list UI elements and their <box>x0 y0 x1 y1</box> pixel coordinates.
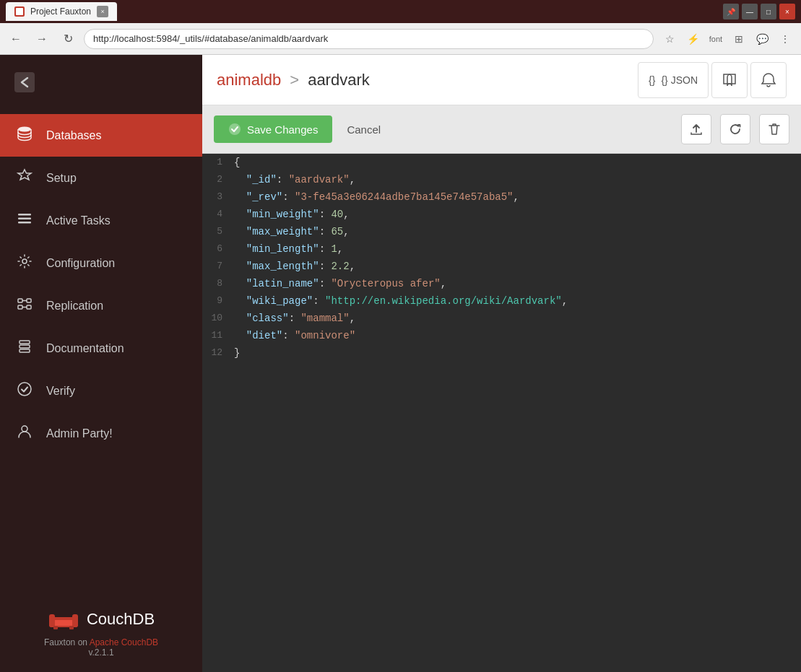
code-line: 3 "_rev": "3-fe45a3e06244adbe7ba145e74e5… <box>202 188 801 206</box>
browser-tab[interactable]: Project Fauxton × <box>6 2 117 21</box>
minimize-button[interactable]: — <box>742 4 758 19</box>
json-brace-icon: {} <box>649 74 655 86</box>
sidebar-item-databases[interactable]: Databases <box>0 114 202 157</box>
line-number: 7 <box>202 258 234 275</box>
upload-icon <box>689 122 703 136</box>
line-content: { <box>234 154 251 171</box>
extensions-icon-button[interactable]: ⊞ <box>729 29 749 49</box>
tab-label: Project Fauxton <box>30 6 91 17</box>
back-button[interactable]: ← <box>6 29 26 49</box>
verify-icon <box>14 381 35 401</box>
sidebar: Databases Setup <box>0 55 202 672</box>
code-line: 7 "max_length": 2.2, <box>202 258 801 275</box>
code-line: 9 "wiki_page": "http://en.wikipedia.org/… <box>202 292 801 310</box>
sidebar-item-replication[interactable]: Replication <box>0 284 202 327</box>
sidebar-item-setup[interactable]: Setup <box>0 157 202 199</box>
code-line: 1{ <box>202 154 801 171</box>
window-controls: 📌 — □ × <box>723 4 795 19</box>
active-tasks-icon <box>14 211 35 230</box>
line-number: 6 <box>202 240 234 258</box>
documentation-icon <box>14 339 35 358</box>
font-icon-button[interactable]: font <box>706 29 726 49</box>
checkmark-icon <box>228 123 241 136</box>
line-number: 3 <box>202 188 234 206</box>
breadcrumb-database[interactable]: animaldb <box>217 71 281 90</box>
svg-rect-12 <box>20 345 30 348</box>
svg-rect-18 <box>49 614 55 627</box>
svg-rect-0 <box>16 8 23 15</box>
svg-rect-19 <box>72 614 78 627</box>
breadcrumb-separator: > <box>290 71 299 90</box>
favicon <box>14 6 25 17</box>
content-area: animaldb > aardvark {} {} JSON <box>202 55 801 672</box>
sidebar-item-verify[interactable]: Verify <box>0 370 202 412</box>
sidebar-item-active-tasks[interactable]: Active Tasks <box>0 199 202 242</box>
svg-rect-20 <box>53 626 58 629</box>
code-line: 12} <box>202 344 801 362</box>
admin-icon <box>14 424 35 443</box>
line-content: "class": "mammal", <box>234 310 367 327</box>
sidebar-item-setup-label: Setup <box>46 172 77 185</box>
breadcrumb-document: aardvark <box>308 71 370 90</box>
cancel-button[interactable]: Cancel <box>341 116 386 143</box>
address-input[interactable] <box>84 29 654 49</box>
maximize-button[interactable]: □ <box>761 4 776 19</box>
svg-point-14 <box>18 383 31 396</box>
documentation-button[interactable] <box>711 62 748 98</box>
sidebar-item-active-tasks-label: Active Tasks <box>46 214 111 227</box>
bookmark-icon-button[interactable]: ☆ <box>659 29 680 49</box>
sidebar-item-replication-label: Replication <box>46 300 103 313</box>
upload-button[interactable] <box>681 114 711 144</box>
line-number: 4 <box>202 206 234 223</box>
breadcrumb: animaldb > aardvark <box>217 71 370 90</box>
replication-icon <box>14 296 35 315</box>
configuration-icon <box>14 253 35 273</box>
close-button[interactable]: × <box>779 4 795 19</box>
couchdb-name: CouchDB <box>87 610 155 629</box>
json-label: {} JSON <box>661 74 698 86</box>
svg-rect-10 <box>27 305 31 309</box>
code-line: 2 "_id": "aardvark", <box>202 171 801 188</box>
line-content: "_id": "aardvark", <box>234 171 367 188</box>
version-label: v.2.1.1 <box>88 647 113 658</box>
fauxton-label: Fauxton on <box>44 637 87 647</box>
lightning-icon-button[interactable]: ⚡ <box>683 29 703 49</box>
save-changes-button[interactable]: Save Changes <box>214 115 332 143</box>
sidebar-back-button[interactable] <box>12 69 38 100</box>
line-number: 8 <box>202 275 234 292</box>
svg-rect-21 <box>69 626 74 629</box>
line-content: "max_weight": 65, <box>234 223 361 240</box>
json-view-button[interactable]: {} {} JSON <box>638 62 709 98</box>
line-number: 10 <box>202 310 234 327</box>
refresh-button[interactable] <box>720 114 750 144</box>
chat-icon-button[interactable]: 💬 <box>752 29 772 49</box>
sidebar-item-admin[interactable]: Admin Party! <box>0 412 202 455</box>
delete-button[interactable] <box>759 114 789 144</box>
line-number: 9 <box>202 292 234 310</box>
trash-icon <box>767 122 781 136</box>
sidebar-item-configuration[interactable]: Configuration <box>0 242 202 284</box>
sidebar-item-admin-label: Admin Party! <box>46 427 113 440</box>
sidebar-item-documentation[interactable]: Documentation <box>0 327 202 370</box>
toolbar: Save Changes Cancel <box>202 105 801 154</box>
line-content: "latin_name": "Orycteropus afer", <box>234 275 458 292</box>
svg-rect-8 <box>27 299 31 302</box>
sidebar-item-databases-label: Databases <box>46 129 102 142</box>
apache-couchdb-link[interactable]: Apache CouchDB <box>90 637 158 647</box>
svg-point-22 <box>229 123 241 135</box>
refresh-button[interactable]: ↻ <box>58 29 78 49</box>
sidebar-nav: Databases Setup <box>0 114 202 594</box>
forward-button[interactable]: → <box>32 29 52 49</box>
menu-icon-button[interactable]: ⋮ <box>775 29 795 49</box>
tab-close-button[interactable]: × <box>97 6 108 17</box>
svg-rect-11 <box>20 341 30 344</box>
notifications-button[interactable] <box>750 62 787 98</box>
pin-button[interactable]: 📌 <box>723 4 739 19</box>
code-editor[interactable]: 1{2 "_id": "aardvark",3 "_rev": "3-fe45a… <box>202 154 801 672</box>
svg-rect-4 <box>18 218 31 220</box>
code-line: 5 "max_weight": 65, <box>202 223 801 240</box>
svg-rect-13 <box>20 349 30 352</box>
refresh-icon <box>728 122 742 136</box>
svg-point-6 <box>22 259 27 263</box>
line-content: } <box>234 344 251 362</box>
